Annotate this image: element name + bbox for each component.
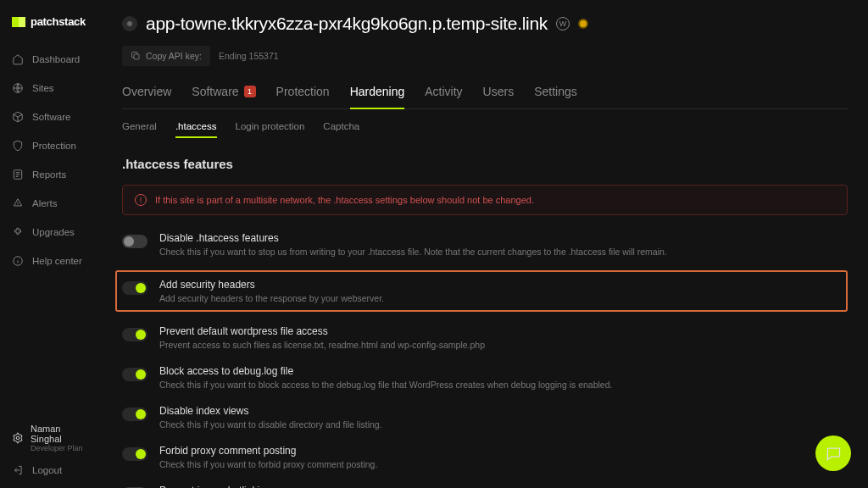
svg-rect-4: [134, 54, 139, 59]
toggle-desc: Check this if you want to forbid proxy c…: [159, 459, 377, 469]
toggle-desc: Check this if you want to block access t…: [159, 380, 612, 390]
toggle-title: Block access to debug.log file: [159, 365, 612, 377]
toggle-title: Prevent image hotlinking: [159, 485, 420, 488]
tab-software[interactable]: Software1: [192, 85, 255, 108]
copy-api-key-button[interactable]: Copy API key:: [122, 46, 210, 66]
warning-icon: !: [135, 194, 147, 206]
toggle-prevent-file-access: Prevent default wordpress file access Pr…: [122, 324, 848, 352]
toggle-list: Disable .htaccess features Check this if…: [122, 230, 848, 488]
tab-activity[interactable]: Activity: [425, 85, 462, 108]
toggle-desc: Check this if you want to stop us from w…: [159, 247, 667, 257]
toggle-title: Forbid proxy comment posting: [159, 445, 377, 457]
svg-point-3: [16, 436, 19, 440]
toggle-forbid-proxy: Forbid proxy comment posting Check this …: [122, 443, 848, 471]
toggle-title: Add security headers: [159, 279, 384, 291]
copy-icon: [131, 51, 141, 61]
sidebar-item-label: Reports: [32, 169, 66, 180]
page-header: app-towne.tkkryx6zza-pxr4kg9ko6gn.p.temp…: [122, 14, 848, 34]
toggle-switch[interactable]: [122, 328, 147, 341]
sidebar-item-label: Software: [32, 112, 70, 122]
tab-users[interactable]: Users: [483, 85, 515, 108]
toggle-switch[interactable]: [122, 408, 147, 421]
bell-icon: [12, 197, 24, 209]
info-icon: [12, 255, 24, 267]
logo-icon: [12, 17, 25, 27]
subtab-captcha[interactable]: Captcha: [323, 121, 359, 138]
toggle-block-debuglog: Block access to debug.log file Check thi…: [122, 363, 848, 391]
main-tabs: Overview Software1 Protection Hardening …: [122, 85, 848, 109]
tab-hardening[interactable]: Hardening: [350, 85, 405, 108]
sidebar-item-software[interactable]: Software: [0, 103, 102, 131]
logout-label: Logout: [32, 465, 62, 475]
tab-overview[interactable]: Overview: [122, 85, 171, 108]
puzzle-icon: [12, 226, 24, 238]
tab-settings[interactable]: Settings: [534, 85, 577, 108]
sidebar-item-dashboard[interactable]: Dashboard: [0, 45, 102, 74]
logout-icon: [12, 464, 24, 476]
toggle-desc: Check this if you want to disable direct…: [159, 419, 382, 430]
brand-name: patchstack: [31, 15, 86, 28]
chat-fab[interactable]: [815, 435, 851, 471]
toggle-security-headers: Add security headers Add security header…: [115, 270, 848, 312]
sidebar-item-label: Upgrades: [32, 227, 75, 237]
api-key-row: Copy API key: Ending 155371: [122, 46, 848, 66]
subtab-login-protection[interactable]: Login protection: [236, 121, 305, 138]
subtab-htaccess[interactable]: .htaccess: [175, 121, 217, 138]
sidebar-item-label: Sites: [32, 83, 54, 93]
main-content: app-towne.tkkryx6zza-pxr4kg9ko6gn.p.temp…: [102, 0, 868, 488]
gear-icon: [12, 432, 24, 444]
multisite-warning: ! If this site is part of a multisite ne…: [122, 185, 848, 215]
copy-api-label: Copy API key:: [146, 51, 202, 61]
toggle-switch[interactable]: [122, 447, 147, 461]
toggle-disable-index: Disable index views Check this if you wa…: [122, 403, 848, 431]
home-icon: [12, 53, 24, 65]
sidebar-item-label: Alerts: [32, 198, 57, 208]
toggle-desc: Prevent access to such files as license.…: [159, 340, 485, 350]
sidebar-item-upgrades[interactable]: Upgrades: [0, 218, 102, 247]
logout-button[interactable]: Logout: [12, 464, 90, 476]
warning-text: If this site is part of a multisite netw…: [155, 195, 534, 205]
shield-icon: [12, 140, 24, 152]
sidebar-item-label: Dashboard: [32, 54, 80, 64]
subtab-general[interactable]: General: [122, 121, 157, 138]
chat-icon: [825, 445, 842, 462]
toggle-title: Disable .htaccess features: [159, 232, 667, 244]
sidebar-item-protection[interactable]: Protection: [0, 131, 102, 160]
toggle-switch[interactable]: [122, 235, 147, 248]
sidebar-item-sites[interactable]: Sites: [0, 74, 102, 103]
toggle-switch[interactable]: [122, 368, 147, 381]
user-block[interactable]: Naman Singhal Developer Plan: [12, 424, 90, 452]
status-indicator-icon: [122, 16, 137, 31]
toggle-desc: Add security headers to the response by …: [159, 293, 384, 303]
site-url: app-towne.tkkryx6zza-pxr4kg9ko6gn.p.temp…: [146, 14, 548, 34]
sidebar-item-label: Help center: [32, 256, 82, 266]
toggle-switch[interactable]: [122, 281, 147, 295]
sidebar-item-label: Protection: [32, 141, 76, 151]
sidebar: patchstack Dashboard Sites Software Prot…: [0, 0, 102, 488]
section-title: .htaccess features: [122, 157, 848, 171]
tab-protection[interactable]: Protection: [276, 85, 330, 108]
user-plan: Developer Plan: [31, 444, 90, 452]
tab-badge: 1: [244, 86, 256, 97]
sub-tabs: General .htaccess Login protection Captc…: [122, 121, 848, 138]
env-status-icon: [578, 19, 588, 29]
toggle-prevent-hotlinking: Prevent image hotlinking Check this if y…: [122, 483, 848, 488]
sidebar-footer: Naman Singhal Developer Plan Logout: [0, 415, 102, 488]
sidebar-item-alerts[interactable]: Alerts: [0, 189, 102, 218]
api-key-ending: Ending 155371: [219, 51, 279, 61]
toggle-disable-htaccess: Disable .htaccess features Check this if…: [122, 230, 848, 258]
sidebar-item-help[interactable]: Help center: [0, 247, 102, 275]
toggle-title: Prevent default wordpress file access: [159, 325, 485, 337]
sidebar-item-reports[interactable]: Reports: [0, 160, 102, 189]
package-icon: [12, 111, 24, 123]
globe-icon: [12, 82, 24, 94]
user-name: Naman Singhal: [31, 424, 90, 444]
brand-logo[interactable]: patchstack: [0, 15, 102, 45]
wordpress-icon: W: [556, 17, 570, 30]
sidebar-nav: Dashboard Sites Software Protection Repo…: [0, 45, 102, 415]
toggle-title: Disable index views: [159, 405, 382, 417]
report-icon: [12, 169, 24, 180]
